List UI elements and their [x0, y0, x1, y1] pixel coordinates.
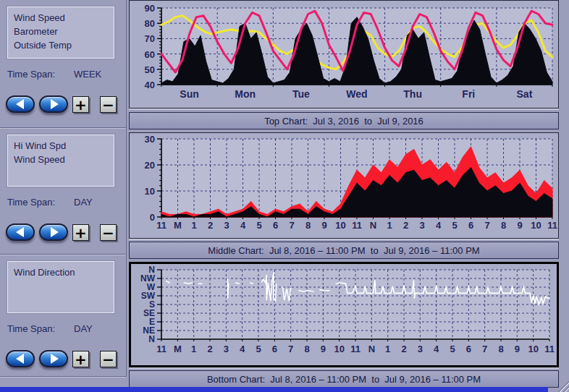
series-item[interactable]: Wind Speed [14, 153, 114, 166]
time-span-value: DAY [74, 197, 93, 208]
svg-text:M: M [174, 344, 182, 354]
top-chart-series-listbox[interactable]: Wind Speed Barometer Outside Temp [7, 7, 114, 59]
svg-text:N: N [148, 334, 155, 344]
svg-text:6: 6 [466, 344, 471, 354]
scroll-forward-button[interactable] [39, 350, 68, 367]
middle-chart-panel[interactable]: 010203011M1234567891011N1234567891011 [129, 132, 559, 239]
svg-text:1: 1 [387, 220, 392, 231]
svg-text:5: 5 [450, 344, 455, 354]
svg-text:Wed: Wed [346, 88, 367, 100]
nav-button-row: + − [6, 222, 122, 244]
svg-text:10: 10 [531, 220, 541, 231]
svg-text:9: 9 [517, 220, 522, 231]
time-span-label: Time Span: [7, 69, 55, 80]
time-span-value: DAY [74, 323, 93, 334]
nav-button-row: + − [6, 349, 122, 370]
svg-text:11: 11 [544, 344, 555, 354]
svg-text:3: 3 [419, 220, 424, 231]
svg-text:N: N [368, 344, 375, 354]
scroll-back-button[interactable] [6, 350, 35, 367]
svg-text:4: 4 [434, 344, 439, 354]
svg-text:8: 8 [304, 344, 309, 354]
svg-text:60: 60 [145, 49, 155, 60]
right-arrow-icon [51, 354, 59, 364]
bottom-chart-plot[interactable]: NNWWSWSSEENEN11M1234567891011N1234567891… [131, 264, 557, 365]
svg-text:20: 20 [145, 160, 155, 171]
svg-text:6: 6 [468, 220, 473, 231]
svg-text:11: 11 [352, 220, 362, 231]
svg-text:5: 5 [452, 220, 457, 231]
scroll-forward-button[interactable] [39, 95, 68, 113]
svg-text:11: 11 [350, 344, 361, 354]
svg-text:8: 8 [501, 220, 506, 231]
scroll-back-button[interactable] [6, 223, 35, 241]
series-item[interactable]: Hi Wind Spd [14, 139, 114, 153]
svg-text:8: 8 [305, 220, 311, 231]
top-chart-plot[interactable]: 405060708090SunMonTueWedThuFriSat [130, 1, 558, 108]
svg-text:0: 0 [150, 212, 155, 223]
svg-text:1: 1 [191, 220, 196, 231]
svg-text:9: 9 [321, 344, 326, 354]
svg-text:50: 50 [145, 64, 155, 75]
middle-chart-series-listbox[interactable]: Hi Wind Spd Wind Speed [7, 135, 114, 187]
svg-text:Sat: Sat [517, 88, 533, 100]
right-arrow-icon [51, 99, 59, 109]
svg-text:3: 3 [224, 344, 229, 354]
series-item[interactable]: Barometer [14, 25, 114, 38]
series-item[interactable]: Wind Speed [14, 11, 114, 25]
scroll-forward-button[interactable] [39, 223, 68, 241]
bottom-chart-panel-selected[interactable]: NNWWSWSSEENEN11M1234567891011N1234567891… [129, 262, 559, 367]
zoom-out-button[interactable]: − [100, 351, 117, 367]
sidebar-section-bottom-chart: Wind Direction Time Span:DAY + − [0, 255, 126, 377]
time-span-value: WEEK [74, 69, 101, 80]
svg-text:10: 10 [335, 220, 345, 231]
zoom-in-button[interactable]: + [72, 96, 89, 113]
svg-text:11: 11 [156, 344, 167, 354]
svg-text:M: M [174, 220, 182, 231]
zoom-out-button[interactable]: − [100, 96, 117, 113]
top-chart-panel[interactable]: 405060708090SunMonTueWedThuFriSat [129, 0, 559, 108]
window-bottom-edge [0, 387, 548, 392]
svg-text:1: 1 [385, 344, 390, 354]
right-arrow-icon [51, 227, 59, 237]
svg-text:2: 2 [207, 344, 212, 354]
svg-text:7: 7 [289, 220, 294, 231]
series-item[interactable]: Wind Direction [14, 265, 114, 279]
time-span-label: Time Span: [7, 197, 55, 208]
weather-graphs-window: Wind Speed Barometer Outside Temp Time S… [0, 0, 569, 392]
svg-text:30: 30 [145, 134, 155, 145]
nav-button-row: + − [6, 94, 122, 116]
time-span-row: Time Span:WEEK [7, 69, 101, 80]
svg-text:10: 10 [528, 344, 538, 354]
svg-text:7: 7 [288, 344, 293, 354]
svg-text:4: 4 [240, 344, 245, 354]
svg-text:3: 3 [418, 344, 423, 354]
scroll-back-button[interactable] [6, 95, 35, 113]
svg-text:10: 10 [145, 186, 155, 197]
svg-text:10: 10 [334, 344, 344, 354]
svg-text:Tue: Tue [292, 88, 310, 100]
sidebar-section-middle-chart: Hi Wind Spd Wind Speed Time Span:DAY + − [0, 128, 126, 255]
bottom-chart-series-listbox[interactable]: Wind Direction [7, 261, 114, 313]
series-item[interactable]: Outside Temp [14, 38, 114, 52]
left-arrow-icon [16, 227, 24, 237]
time-span-row: Time Span:DAY [7, 323, 93, 334]
svg-text:Sun: Sun [180, 88, 198, 100]
middle-chart-plot[interactable]: 010203011M1234567891011N1234567891011 [130, 133, 558, 238]
zoom-in-button[interactable]: + [72, 224, 89, 241]
svg-text:Mon: Mon [235, 88, 256, 100]
svg-text:Thu: Thu [403, 88, 422, 100]
sidebar: Wind Speed Barometer Outside Temp Time S… [0, 0, 127, 377]
sidebar-section-top-chart: Wind Speed Barometer Outside Temp Time S… [0, 0, 126, 128]
svg-text:N: N [370, 220, 376, 231]
resize-grip-icon[interactable] [557, 380, 569, 392]
middle-chart-caption: Middle Chart: Jul 8, 2016 – 11:00 PM to … [129, 242, 559, 259]
svg-text:2: 2 [401, 344, 406, 354]
svg-text:40: 40 [145, 80, 155, 90]
svg-text:3: 3 [224, 220, 229, 231]
zoom-in-button[interactable]: + [72, 351, 89, 367]
svg-text:4: 4 [436, 220, 442, 231]
zoom-out-button[interactable]: − [100, 224, 117, 241]
left-arrow-icon [16, 99, 24, 109]
svg-text:9: 9 [515, 344, 520, 354]
